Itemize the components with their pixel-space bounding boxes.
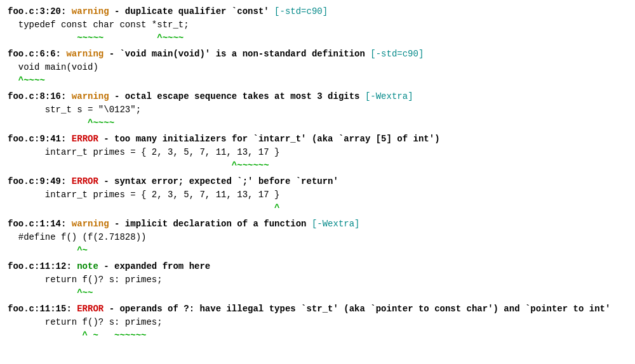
msg8-header: foo.c:11:15: ERROR - operands of ?: have… xyxy=(8,302,635,316)
msg7-text: - expanded from here xyxy=(98,261,210,271)
msg3-caret: ^~~~~ xyxy=(8,117,635,130)
msg6-code: #define f() (f(2.71828)) xyxy=(8,231,635,244)
msg4-code: intarr_t primes = { 2, 3, 5, 7, 11, 13, … xyxy=(8,146,635,159)
msg6-flag: [-Wextra] xyxy=(307,219,360,229)
msg2-location: foo.c:6:6: xyxy=(8,49,66,59)
msg1-code: typedef const char const *str_t; xyxy=(8,18,635,32)
msg1-level: warning xyxy=(72,6,109,16)
msg6-caret: ^~ xyxy=(8,244,635,257)
msg1-flag: [-std=c90] xyxy=(269,6,328,16)
msg6-level: warning xyxy=(72,219,109,229)
msg2-level: warning xyxy=(66,49,104,59)
msg7-level: note xyxy=(77,261,98,271)
msg4-text: - too many initializers for `intarr_t' (… xyxy=(98,134,440,144)
msg3-header: foo.c:8:16: warning - octal escape seque… xyxy=(8,90,635,103)
msg7-caret: ^~~ xyxy=(8,287,635,300)
msg2-code: void main(void) xyxy=(8,61,635,74)
msg5-text: - syntax error; expected `;' before `ret… xyxy=(98,176,338,186)
msg7-code: return f()? s: primes; xyxy=(8,273,635,287)
msg1-text: - duplicate qualifier `const' xyxy=(109,6,269,16)
msg6-header: foo.c:1:14: warning - implicit declarati… xyxy=(8,218,635,231)
msg8-level: ERROR xyxy=(77,304,104,314)
msg2-flag: [-std=c90] xyxy=(365,49,424,59)
msg4-caret: ^~~~~~~ xyxy=(8,159,635,172)
msg1-location: foo.c:3:20: xyxy=(8,6,72,16)
msg2-text: - `void main(void)' is a non-standard de… xyxy=(104,49,365,59)
msg8-caret: ^ ~ ~~~~~~ xyxy=(8,329,635,342)
msg7-header: foo.c:11:12: note - expanded from here xyxy=(8,260,635,273)
msg6-text: - implicit declaration of a function xyxy=(109,219,307,229)
msg5-header: foo.c:9:49: ERROR - syntax error; expect… xyxy=(8,175,635,188)
msg4-location: foo.c:9:41: xyxy=(8,134,72,144)
msg3-text: - octal escape sequence takes at most 3 … xyxy=(109,91,360,101)
msg4-header: foo.c:9:41: ERROR - too many initializer… xyxy=(8,133,635,146)
msg2-caret: ^~~~~ xyxy=(8,74,635,88)
msg8-text: - operands of ?: have illegal types `str… xyxy=(104,304,610,314)
msg5-location: foo.c:9:49: xyxy=(8,176,72,186)
msg2-header: foo.c:6:6: warning - `void main(void)' i… xyxy=(8,48,635,61)
msg5-level: ERROR xyxy=(72,176,98,186)
msg6-location: foo.c:1:14: xyxy=(8,219,72,229)
msg8-location: foo.c:11:15: xyxy=(8,304,77,314)
msg4-level: ERROR xyxy=(72,134,98,144)
msg8-code: return f()? s: primes; xyxy=(8,316,635,329)
msg3-level: warning xyxy=(72,91,109,101)
msg3-flag: [-Wextra] xyxy=(360,91,413,101)
msg5-code: intarr_t primes = { 2, 3, 5, 7, 11, 13, … xyxy=(8,188,635,202)
msg5-caret: ^ xyxy=(8,202,635,215)
terminal-output: foo.c:3:20: warning - duplicate qualifie… xyxy=(8,5,635,364)
msg1-header: foo.c:3:20: warning - duplicate qualifie… xyxy=(8,5,635,18)
msg3-location: foo.c:8:16: xyxy=(8,91,72,101)
msg7-location: foo.c:11:12: xyxy=(8,261,77,271)
msg1-caret: ~~~~~ ^~~~~ xyxy=(8,32,635,45)
msg3-code: str_t s = "\0123"; xyxy=(8,103,635,117)
